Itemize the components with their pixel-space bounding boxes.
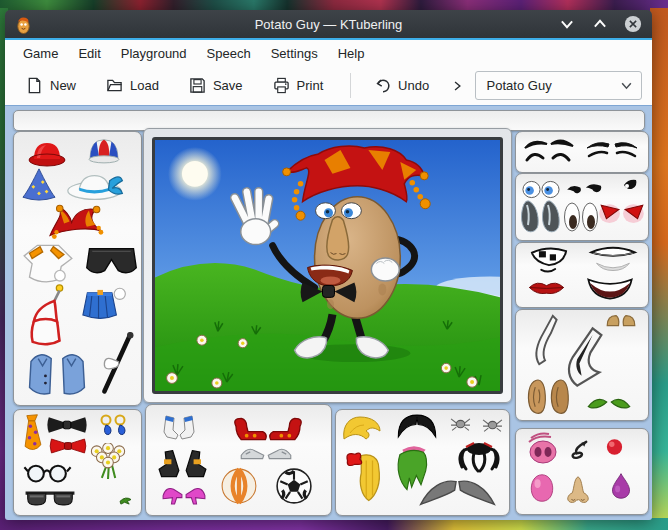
menu-edit[interactable]: Edit xyxy=(68,43,110,64)
item-beach-ball[interactable] xyxy=(216,467,262,505)
item-elf-ears[interactable] xyxy=(586,390,632,414)
item-toothy-mouth[interactable] xyxy=(521,245,577,276)
minimize-button[interactable] xyxy=(558,15,576,33)
item-spider-2[interactable] xyxy=(482,414,503,434)
item-red-bowtie[interactable] xyxy=(48,436,88,456)
item-pink-heels[interactable] xyxy=(155,483,213,506)
item-tan-nose[interactable] xyxy=(562,474,594,506)
panel-noses-ears xyxy=(515,309,649,421)
print-icon xyxy=(273,77,290,94)
item-earrings[interactable] xyxy=(98,414,128,440)
load-button-label: Load xyxy=(130,78,159,93)
item-black-bowtie[interactable] xyxy=(45,414,89,436)
maximize-button[interactable] xyxy=(591,15,609,33)
panel-eyebrows xyxy=(515,131,649,173)
desktop-background-right xyxy=(650,8,668,530)
item-grin-mouth[interactable] xyxy=(582,245,644,276)
panel-mouths xyxy=(515,242,649,308)
item-red-hat[interactable] xyxy=(26,138,68,168)
item-blond-pigtails[interactable] xyxy=(343,448,387,503)
new-button[interactable]: New xyxy=(19,72,83,99)
panel-hats-clothes xyxy=(13,131,142,406)
item-big-smile[interactable] xyxy=(578,276,642,302)
item-sly-eyes[interactable] xyxy=(564,180,604,195)
item-black-hair[interactable] xyxy=(392,412,442,439)
playground-selector-value: Potato Guy xyxy=(487,78,620,93)
item-pig-snout[interactable] xyxy=(525,430,561,466)
item-big-ears[interactable] xyxy=(521,378,577,417)
close-button[interactable] xyxy=(624,15,642,33)
menu-speech[interactable]: Speech xyxy=(197,43,261,64)
item-white-boots[interactable] xyxy=(151,413,207,443)
item-striped-cap[interactable] xyxy=(84,136,124,164)
save-button[interactable]: Save xyxy=(182,72,250,99)
undo-arrow-icon xyxy=(374,77,391,94)
playground-frame xyxy=(143,128,512,403)
item-brow-pair-angled[interactable] xyxy=(521,136,579,166)
item-clown-suit[interactable] xyxy=(16,240,80,285)
item-blue-skirt[interactable] xyxy=(76,286,130,324)
item-orange-tie[interactable] xyxy=(19,413,47,457)
item-wizard-hat[interactable] xyxy=(20,167,58,201)
item-pink-egg-nose[interactable] xyxy=(527,473,557,503)
menu-playground[interactable]: Playground xyxy=(111,43,197,64)
item-oval-eyes[interactable] xyxy=(562,201,600,233)
item-red-lips[interactable] xyxy=(524,278,569,297)
menu-help[interactable]: Help xyxy=(328,43,375,64)
chevron-down-icon xyxy=(620,79,633,92)
item-small-ears[interactable] xyxy=(602,313,640,328)
potato-guy-app-icon[interactable] xyxy=(14,15,33,34)
item-round-glasses[interactable] xyxy=(20,462,75,483)
titlebar[interactable]: Potato Guy — KTuberling xyxy=(5,10,652,38)
new-document-icon xyxy=(26,77,43,94)
item-black-pigtails[interactable] xyxy=(453,441,505,473)
item-black-shorts[interactable] xyxy=(84,243,139,279)
item-brow-pair-slanted[interactable] xyxy=(582,138,642,164)
menubar: Game Edit Playground Speech Settings Hel… xyxy=(5,40,652,66)
item-red-ball-nose[interactable] xyxy=(605,438,624,456)
save-button-label: Save xyxy=(213,78,243,93)
content-area xyxy=(5,105,652,520)
playground-selector[interactable]: Potato Guy xyxy=(475,71,642,100)
menu-game[interactable]: Game xyxy=(13,43,68,64)
item-silver-shoes[interactable] xyxy=(232,444,300,462)
item-blue-eyes[interactable] xyxy=(521,180,561,199)
panel-accessories xyxy=(13,409,142,516)
item-cane[interactable] xyxy=(94,328,138,398)
item-blond-wig[interactable] xyxy=(338,413,386,443)
item-daisy-bouquet[interactable] xyxy=(84,443,132,480)
item-soccer-ball[interactable] xyxy=(271,467,317,505)
undo-button[interactable]: Undo xyxy=(367,72,436,99)
panel-pig-noses xyxy=(515,428,649,515)
open-folder-icon xyxy=(106,77,123,94)
item-grasshopper[interactable] xyxy=(118,494,133,505)
item-white-nose[interactable] xyxy=(529,312,563,370)
item-gray-mustache[interactable] xyxy=(413,476,502,510)
item-angry-eyes[interactable] xyxy=(598,199,646,226)
ktuberling-window: Potato Guy — KTuberling Game Edit Playgr… xyxy=(5,10,652,520)
item-sun-hat[interactable] xyxy=(60,168,134,201)
item-sunglasses[interactable] xyxy=(18,490,82,507)
panel-shoes xyxy=(145,404,332,516)
item-denim-jacket[interactable] xyxy=(22,347,92,399)
item-white-cape[interactable] xyxy=(22,283,74,347)
item-curly-tail[interactable] xyxy=(565,438,592,465)
load-button[interactable]: Load xyxy=(99,72,166,99)
item-jester-hat[interactable] xyxy=(28,203,124,242)
item-black-boots[interactable] xyxy=(155,447,210,479)
print-button[interactable]: Print xyxy=(266,72,331,99)
panel-eyes xyxy=(515,173,649,241)
toolbar-overflow-button[interactable] xyxy=(452,79,462,93)
menu-settings[interactable]: Settings xyxy=(261,43,328,64)
item-spider[interactable] xyxy=(450,414,471,432)
playground-canvas[interactable] xyxy=(152,137,503,394)
white-glove-fist xyxy=(371,258,399,281)
panel-hair xyxy=(335,409,510,516)
item-purple-nose[interactable] xyxy=(610,469,632,502)
new-button-label: New xyxy=(50,78,76,93)
item-jester-shoes[interactable] xyxy=(220,413,316,445)
item-gray-eyes[interactable] xyxy=(519,199,561,235)
print-button-label: Print xyxy=(297,78,324,93)
item-wink-eye[interactable] xyxy=(619,177,641,195)
save-icon xyxy=(189,77,206,94)
